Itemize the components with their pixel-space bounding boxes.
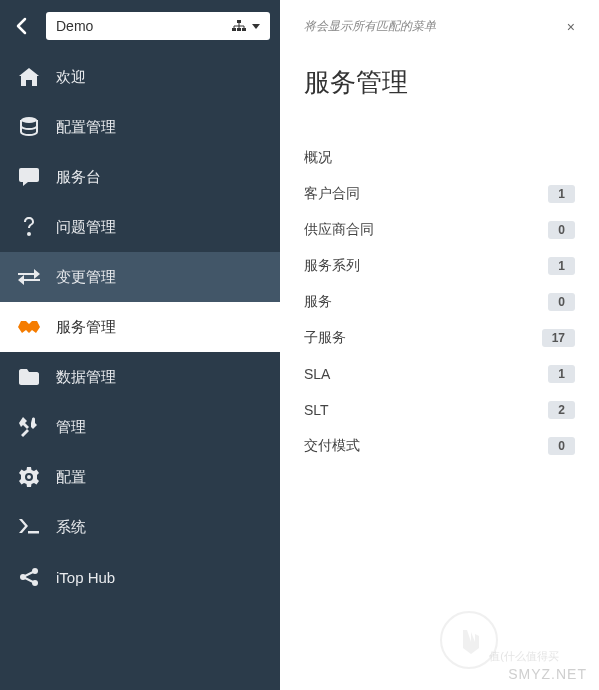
link-row[interactable]: 服务0 (304, 284, 575, 320)
gear-icon (18, 466, 40, 488)
sidebar-item-label: 欢迎 (56, 68, 86, 87)
sidebar-item-label: iTop Hub (56, 569, 115, 586)
sidebar-item-label: 配置 (56, 468, 86, 487)
count-badge: 17 (542, 329, 575, 347)
watermark-sub: 值(什么值得买 (489, 649, 559, 664)
sidebar-item-label: 变更管理 (56, 268, 116, 287)
sidebar-item-label: 问题管理 (56, 218, 116, 237)
svg-point-4 (21, 117, 37, 123)
share-icon (18, 566, 40, 588)
sidebar-item-settings[interactable]: 配置 (0, 452, 280, 502)
sidebar-item-data[interactable]: 数据管理 (0, 352, 280, 402)
link-row[interactable]: SLA1 (304, 356, 575, 392)
terminal-icon (18, 516, 40, 538)
sidebar-item-system[interactable]: 系统 (0, 502, 280, 552)
organization-select[interactable]: Demo (46, 12, 270, 40)
svg-rect-1 (232, 28, 236, 31)
sidebar-header: Demo (0, 0, 280, 52)
link-label: 概况 (304, 149, 332, 167)
sidebar-menu: 欢迎配置管理服务台问题管理变更管理服务管理数据管理管理配置系统iTop Hub (0, 52, 280, 690)
link-label: 客户合同 (304, 185, 360, 203)
sidebar-item-label: 服务台 (56, 168, 101, 187)
count-badge: 1 (548, 185, 575, 203)
sidebar-item-config[interactable]: 配置管理 (0, 102, 280, 152)
link-label: 子服务 (304, 329, 346, 347)
sidebar-item-helpdesk[interactable]: 服务台 (0, 152, 280, 202)
sidebar-item-welcome[interactable]: 欢迎 (0, 52, 280, 102)
question-icon (18, 216, 40, 238)
sidebar-item-hub[interactable]: iTop Hub (0, 552, 280, 602)
organization-value: Demo (56, 18, 93, 34)
close-button[interactable]: × (567, 19, 575, 35)
svg-rect-0 (237, 20, 241, 23)
sidebar-item-admin[interactable]: 管理 (0, 402, 280, 452)
svg-rect-3 (242, 28, 246, 31)
svg-rect-7 (28, 531, 39, 534)
sidebar-item-label: 服务管理 (56, 318, 116, 337)
count-badge: 0 (548, 437, 575, 455)
svg-rect-2 (237, 28, 241, 31)
link-label: 交付模式 (304, 437, 360, 455)
link-row[interactable]: 概况 (304, 140, 575, 176)
sidebar-item-label: 系统 (56, 518, 86, 537)
watermark: SMYZ.NET (508, 666, 587, 682)
link-row[interactable]: 子服务17 (304, 320, 575, 356)
main-panel: 将会显示所有匹配的菜单 × 服务管理 概况客户合同1供应商合同0服务系列1服务0… (280, 0, 599, 690)
link-row[interactable]: 供应商合同0 (304, 212, 575, 248)
svg-rect-5 (19, 168, 39, 182)
link-row[interactable]: 服务系列1 (304, 248, 575, 284)
count-badge: 0 (548, 221, 575, 239)
link-label: SLT (304, 402, 329, 418)
chevron-left-icon (15, 17, 29, 35)
count-badge: 1 (548, 257, 575, 275)
back-button[interactable] (8, 12, 36, 40)
link-label: 服务 (304, 293, 332, 311)
database-icon (18, 116, 40, 138)
sidebar-item-service[interactable]: 服务管理 (0, 302, 280, 352)
hint-bar: 将会显示所有匹配的菜单 × (304, 18, 575, 35)
home-icon (18, 66, 40, 88)
link-row[interactable]: 交付模式0 (304, 428, 575, 464)
link-label: 供应商合同 (304, 221, 374, 239)
link-row[interactable]: SLT2 (304, 392, 575, 428)
sidebar-item-label: 数据管理 (56, 368, 116, 387)
sidebar-item-problem[interactable]: 问题管理 (0, 202, 280, 252)
page-title: 服务管理 (304, 65, 575, 100)
sidebar: Demo 欢迎配置管理服务台问题管理变更管理服务管理数据管理管理配置系统iTop… (0, 0, 280, 690)
svg-point-6 (27, 232, 31, 236)
count-badge: 1 (548, 365, 575, 383)
sidebar-item-label: 管理 (56, 418, 86, 437)
chat-icon (18, 166, 40, 188)
exchange-icon (18, 266, 40, 288)
folder-icon (18, 366, 40, 388)
link-list: 概况客户合同1供应商合同0服务系列1服务0子服务17SLA1SLT2交付模式0 (304, 140, 575, 464)
sidebar-item-label: 配置管理 (56, 118, 116, 137)
link-row[interactable]: 客户合同1 (304, 176, 575, 212)
handshake-icon (18, 316, 40, 338)
tools-icon (18, 416, 40, 438)
caret-down-icon (252, 24, 260, 29)
count-badge: 2 (548, 401, 575, 419)
link-label: 服务系列 (304, 257, 360, 275)
link-label: SLA (304, 366, 330, 382)
sidebar-item-change[interactable]: 变更管理 (0, 252, 280, 302)
count-badge: 0 (548, 293, 575, 311)
hint-text: 将会显示所有匹配的菜单 (304, 18, 436, 35)
hierarchy-icon (232, 20, 246, 32)
